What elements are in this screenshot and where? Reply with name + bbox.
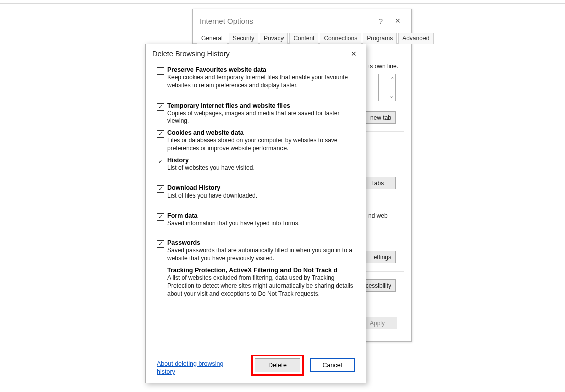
page-top-divider: [0, 0, 565, 4]
io-titlebar[interactable]: Internet Options ? ✕: [193, 9, 411, 32]
about-deleting-history-link[interactable]: About deleting browsing history: [157, 360, 229, 376]
preserve-favourites-desc: Keep cookies and temporary Internet file…: [167, 74, 355, 90]
tab-connections[interactable]: Connections: [320, 33, 361, 44]
history-checkbox[interactable]: ✓: [157, 158, 164, 165]
history-desc: List of websites you have visited.: [167, 164, 355, 172]
delete-browsing-history-dialog: Delete Browsing History ✕ Preserve Favou…: [145, 44, 366, 383]
dbh-titlebar[interactable]: Delete Browsing History ✕: [146, 44, 366, 63]
help-icon[interactable]: ?: [372, 13, 389, 28]
tracking-protection-checkbox[interactable]: [157, 268, 164, 275]
tab-security[interactable]: Security: [229, 33, 258, 44]
cookies-label: Cookies and website data: [167, 129, 355, 136]
apply-button[interactable]: Apply: [361, 317, 397, 329]
io-tabstrip: General Security Privacy Content Connect…: [193, 32, 411, 44]
divider: [157, 95, 355, 95]
tab-general[interactable]: General: [197, 32, 227, 44]
dbh-title: Delete Browsing History: [152, 50, 230, 58]
close-icon[interactable]: ✕: [345, 47, 363, 61]
cancel-button[interactable]: Cancel: [310, 358, 355, 372]
tracking-protection-label: Tracking Protection, ActiveX Filtering a…: [167, 267, 355, 274]
scroll-up-icon[interactable]: ^: [391, 76, 394, 82]
tracking-protection-desc: A list of websites excluded from filteri…: [167, 274, 355, 298]
download-history-desc: List of files you have downloaded.: [167, 192, 355, 200]
cookies-checkbox[interactable]: ✓: [157, 130, 164, 138]
history-label: History: [167, 157, 355, 164]
scroll-down-icon[interactable]: ⌄: [389, 93, 394, 99]
tab-advanced[interactable]: Advanced: [398, 33, 433, 44]
delete-button[interactable]: Delete: [255, 358, 300, 372]
settings-button[interactable]: ettings: [363, 251, 396, 263]
preserve-favourites-checkbox[interactable]: [157, 67, 164, 75]
tab-programs[interactable]: Programs: [363, 33, 397, 44]
io-title: Internet Options: [200, 17, 253, 25]
homepage-textbox[interactable]: ^ ⌄: [378, 74, 396, 101]
tabs-button[interactable]: Tabs: [363, 177, 396, 189]
form-data-desc: Saved information that you have typed in…: [167, 220, 355, 228]
temp-files-label: Temporary Internet files and website fil…: [167, 102, 355, 109]
browsing-history-text: nd web: [368, 212, 388, 219]
section-divider: [366, 131, 404, 132]
accessibility-button[interactable]: cessibility: [363, 279, 396, 292]
cookies-desc: Files or databases stored on your comput…: [167, 137, 355, 153]
use-new-tab-button[interactable]: new tab: [363, 111, 396, 124]
tab-privacy[interactable]: Privacy: [260, 33, 288, 44]
passwords-checkbox[interactable]: ✓: [157, 240, 164, 248]
temp-files-checkbox[interactable]: ✓: [157, 103, 164, 111]
download-history-label: Download History: [167, 184, 355, 191]
download-history-checkbox[interactable]: ✓: [157, 185, 164, 193]
form-data-label: Form data: [167, 212, 355, 219]
close-icon[interactable]: ✕: [389, 13, 406, 28]
section-divider: [366, 199, 404, 199]
tab-content[interactable]: Content: [289, 33, 318, 44]
highlight-box: Delete: [251, 355, 304, 376]
passwords-desc: Saved passwords that are automatically f…: [167, 247, 355, 263]
section-divider: [366, 271, 404, 272]
homepage-hint: ts own line.: [368, 63, 398, 70]
preserve-favourites-label: Preserve Favourites website data: [167, 66, 355, 73]
temp-files-desc: Copies of webpages, images and media tha…: [167, 110, 355, 126]
form-data-checkbox[interactable]: ✓: [157, 213, 164, 221]
passwords-label: Passwords: [167, 239, 355, 246]
